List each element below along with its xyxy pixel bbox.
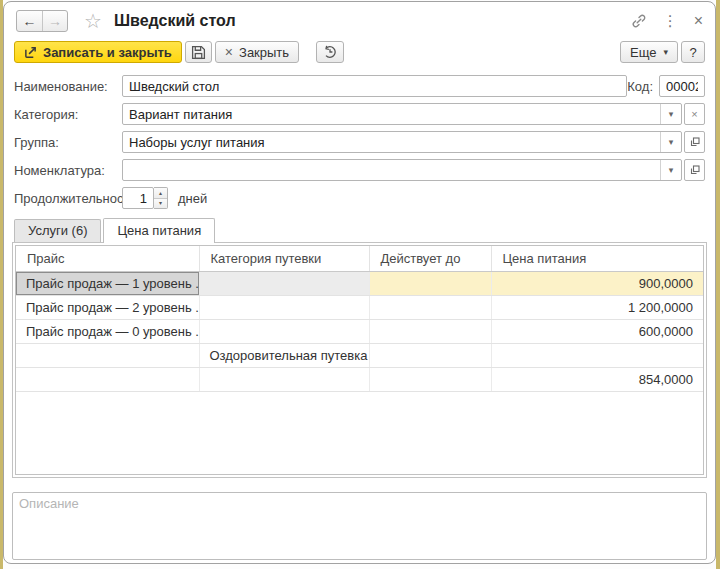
save-and-close-button[interactable]: Записать и закрыть (14, 41, 182, 63)
duration-row: Продолжительность: ▴ ▾ дней (14, 187, 705, 209)
tab-bar: Услуги (6) Цена питания (14, 218, 705, 242)
tab-page-panel: Прайс Категория путевки Действует до Цен… (12, 242, 707, 478)
nav-history-group: ← → (16, 10, 68, 32)
column-header-meal-price[interactable]: Цена питания (491, 246, 703, 272)
category-combo: ▾ (122, 103, 682, 125)
duration-suffix: дней (178, 191, 207, 206)
column-header-valid-until[interactable]: Действует до (369, 246, 491, 272)
group-label: Группа: (14, 135, 122, 150)
open-icon[interactable] (684, 131, 705, 153)
name-label: Наименование: (14, 79, 122, 94)
category-label: Категория: (14, 107, 122, 122)
cell-price-list[interactable]: Прайс продаж — 1 уровень ... (16, 272, 199, 296)
table-row[interactable]: Прайс продаж — 0 уровень ... 600,0000 (16, 320, 703, 344)
category-row: Категория: ▾ × (14, 103, 705, 125)
close-form-label: Закрыть (239, 45, 289, 60)
cell-valid-until[interactable] (369, 272, 491, 296)
cell-valid-until[interactable] (369, 320, 491, 344)
history-button[interactable] (316, 41, 344, 63)
page-title: Шведский стол (114, 12, 236, 30)
history-icon (322, 44, 338, 60)
spin-down-icon[interactable]: ▾ (154, 198, 167, 209)
cell-price[interactable]: 1 200,0000 (491, 296, 703, 320)
nomenclature-row: Номенклатура: ▾ (14, 159, 705, 181)
table-row[interactable]: Прайс продаж — 1 уровень ... 900,0000 (16, 272, 703, 296)
favorite-star-icon[interactable]: ☆ (84, 11, 102, 31)
table-row[interactable]: Оздоровительная путевка (16, 344, 703, 368)
cell-price-list[interactable] (16, 344, 199, 368)
cell-price-list[interactable]: Прайс продаж — 2 уровень ... (16, 296, 199, 320)
back-icon[interactable]: ← (17, 11, 42, 31)
clear-icon[interactable]: × (684, 103, 705, 125)
price-table: Прайс Категория путевки Действует до Цен… (15, 245, 704, 475)
cell-category[interactable] (199, 368, 369, 392)
category-input[interactable] (123, 104, 660, 124)
more-button[interactable]: Еще ▾ (620, 41, 678, 63)
table-row[interactable]: Прайс продаж — 2 уровень ... 1 200,0000 (16, 296, 703, 320)
toolbar: Записать и закрыть × Закрыть Еще ▾ (4, 37, 715, 69)
chevron-down-icon[interactable]: ▾ (660, 132, 681, 152)
tab-meal-price[interactable]: Цена питания (103, 218, 215, 243)
duration-label: Продолжительность: (14, 191, 122, 206)
cell-price[interactable] (491, 344, 703, 368)
spin-up-icon[interactable]: ▴ (154, 188, 167, 198)
cell-category[interactable] (199, 320, 369, 344)
help-button[interactable]: ? (681, 41, 705, 63)
cell-valid-until[interactable] (369, 296, 491, 320)
save-close-icon (24, 46, 37, 59)
close-form-button[interactable]: × Закрыть (215, 41, 299, 63)
save-and-close-label: Записать и закрыть (43, 45, 172, 60)
nomenclature-input[interactable] (123, 160, 660, 180)
table-row[interactable]: 854,0000 (16, 368, 703, 392)
nomenclature-combo: ▾ (122, 159, 682, 181)
link-icon[interactable] (631, 13, 647, 29)
modal-glow-right (716, 0, 720, 569)
cell-valid-until[interactable] (369, 368, 491, 392)
form-fields: Наименование: Код: Категория: ▾ × Группа… (4, 75, 715, 209)
description-field[interactable] (12, 492, 707, 560)
cell-category[interactable]: Оздоровительная путевка (199, 344, 369, 368)
save-icon (191, 45, 206, 60)
chevron-down-icon[interactable]: ▾ (660, 104, 681, 124)
column-header-category[interactable]: Категория путевки (199, 246, 369, 272)
cell-price[interactable]: 600,0000 (491, 320, 703, 344)
group-row: Группа: ▾ (14, 131, 705, 153)
titlebar: ← → ☆ Шведский стол ⋮ × (4, 2, 715, 37)
kebab-menu-icon[interactable]: ⋮ (663, 12, 678, 30)
cell-category[interactable] (199, 296, 369, 320)
form-window: ← → ☆ Шведский стол ⋮ × Записать (3, 1, 716, 564)
cell-price-list[interactable]: Прайс продаж — 0 уровень ... (16, 320, 199, 344)
cell-valid-until[interactable] (369, 344, 491, 368)
close-icon[interactable]: × (694, 12, 703, 30)
name-input[interactable] (122, 75, 627, 97)
tab-services[interactable]: Услуги (6) (14, 219, 101, 242)
table-header-row: Прайс Категория путевки Действует до Цен… (16, 246, 703, 272)
chevron-down-icon[interactable]: ▾ (660, 160, 681, 180)
code-input[interactable] (659, 75, 705, 97)
group-combo: ▾ (122, 131, 682, 153)
save-button[interactable] (185, 41, 212, 63)
duration-input[interactable] (122, 187, 154, 209)
cell-price[interactable]: 900,0000 (491, 272, 703, 296)
column-header-price-list[interactable]: Прайс (16, 246, 199, 272)
cell-price-list[interactable] (16, 368, 199, 392)
group-input[interactable] (123, 132, 660, 152)
close-x-icon: × (225, 45, 233, 59)
nomenclature-label: Номенклатура: (14, 163, 122, 178)
cell-category[interactable] (199, 272, 369, 296)
duration-stepper: ▴ ▾ (122, 187, 168, 209)
spinner: ▴ ▾ (154, 187, 168, 209)
more-label: Еще (630, 45, 656, 60)
chevron-down-icon: ▾ (663, 47, 668, 57)
open-icon[interactable] (684, 159, 705, 181)
titlebar-actions: ⋮ × (631, 12, 703, 30)
code-label: Код: (627, 79, 653, 94)
name-row: Наименование: Код: (14, 75, 705, 97)
forward-icon[interactable]: → (42, 11, 67, 31)
cell-price[interactable]: 854,0000 (491, 368, 703, 392)
